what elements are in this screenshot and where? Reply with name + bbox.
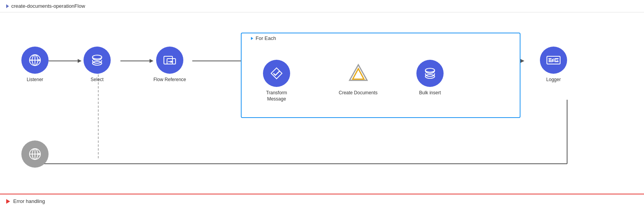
svg-marker-28 xyxy=(350,65,367,80)
main-container: create-documents-operationFlow xyxy=(0,0,644,208)
vue-icon-wrapper xyxy=(345,60,372,87)
svg-text:LOG: LOG xyxy=(549,58,559,62)
svg-marker-3 xyxy=(150,59,153,63)
log-icon: LOG xyxy=(545,53,562,67)
error-footer[interactable]: Error handling xyxy=(0,194,644,208)
globe-icon xyxy=(28,53,42,67)
for-each-container: For Each TransformMessage xyxy=(241,33,520,118)
svg-point-30 xyxy=(425,68,435,72)
svg-marker-1 xyxy=(78,59,82,63)
gray-globe-icon xyxy=(28,147,42,161)
bulk-insert-icon xyxy=(423,66,437,80)
create-documents-node[interactable]: Create Documents xyxy=(339,60,378,96)
flow-ref-circle xyxy=(156,47,183,74)
flow-ref-label: Flow Reference xyxy=(153,77,186,83)
transform-message-node[interactable]: TransformMessage xyxy=(263,60,290,102)
create-docs-label: Create Documents xyxy=(339,90,378,96)
flow-ref-icon xyxy=(163,53,177,67)
listener-label: Listener xyxy=(27,77,44,83)
svg-rect-24 xyxy=(164,56,172,64)
gray-listener-node[interactable] xyxy=(21,140,49,168)
for-each-triangle-icon xyxy=(251,37,253,40)
for-each-header: For Each xyxy=(246,33,281,43)
select-label: Select xyxy=(91,77,103,83)
svg-marker-11 xyxy=(520,59,524,63)
create-docs-icon xyxy=(348,63,369,84)
transform-circle xyxy=(263,60,290,87)
listener-node[interactable]: Listener xyxy=(21,47,49,83)
logger-circle: LOG xyxy=(540,47,567,74)
select-node[interactable]: Select xyxy=(84,47,111,83)
flow-title: create-documents-operationFlow xyxy=(11,3,85,9)
flow-canvas: Listener Select xyxy=(0,12,644,194)
for-each-label: For Each xyxy=(256,35,276,41)
logger-label: Logger xyxy=(546,77,560,83)
bulk-insert-label: Bulk insert xyxy=(419,90,441,96)
svg-marker-29 xyxy=(353,69,364,79)
logger-node[interactable]: LOG Logger xyxy=(540,47,567,83)
listener-circle xyxy=(21,47,49,74)
select-circle xyxy=(84,47,111,74)
flow-header: create-documents-operationFlow xyxy=(0,0,644,12)
collapse-triangle-icon[interactable] xyxy=(6,4,9,8)
gray-listener-circle xyxy=(21,140,49,168)
bulk-insert-circle xyxy=(416,60,444,87)
transform-label: TransformMessage xyxy=(266,90,287,102)
flow-reference-node[interactable]: Flow Reference xyxy=(153,47,186,83)
error-expand-icon[interactable] xyxy=(6,199,10,204)
svg-point-22 xyxy=(92,55,102,59)
bulk-insert-node[interactable]: Bulk insert xyxy=(416,60,444,96)
transform-icon xyxy=(270,66,284,80)
database-icon xyxy=(90,53,104,67)
error-label: Error handling xyxy=(13,198,45,204)
